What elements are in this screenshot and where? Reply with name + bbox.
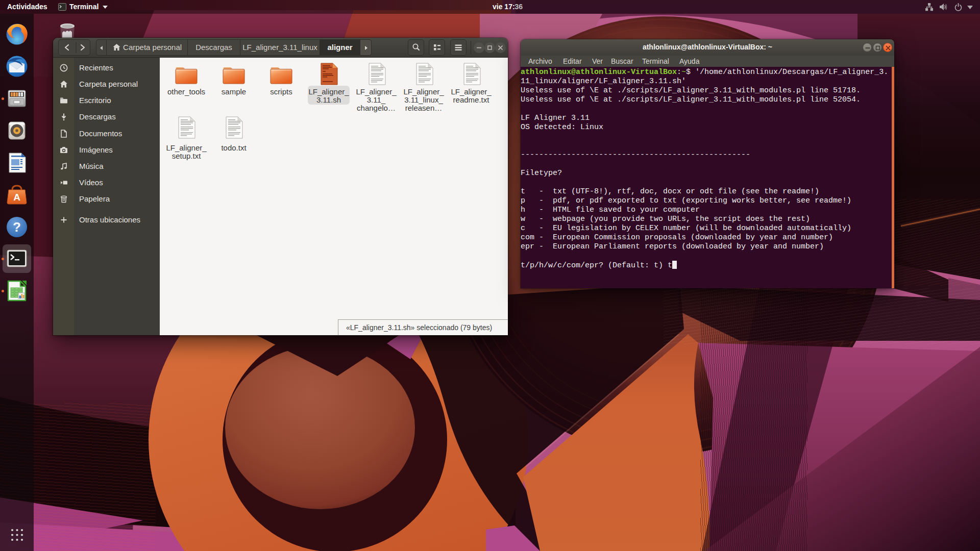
svg-text:?: ? (13, 219, 21, 235)
svg-text:A: A (13, 192, 20, 203)
